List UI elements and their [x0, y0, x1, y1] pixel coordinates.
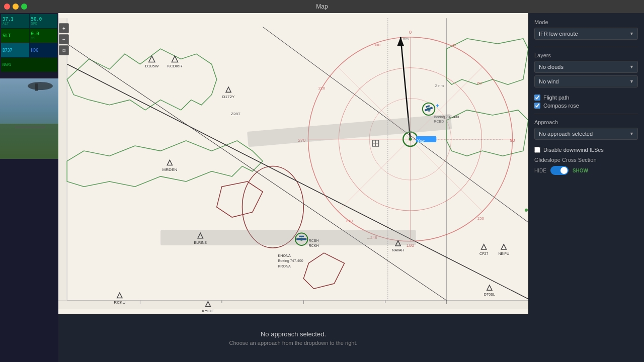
approach-label: Approach	[534, 119, 638, 125]
svg-text:0: 0	[409, 30, 412, 35]
maximize-button[interactable]	[21, 4, 27, 10]
svg-text:220: 220	[318, 86, 326, 90]
svg-text:30: 30	[452, 43, 457, 47]
glideslope-label: Glideslope Cross Section	[534, 157, 638, 163]
sim-view	[0, 78, 58, 159]
approach-dropdown-wrapper: No approach selected	[534, 128, 638, 140]
layers-wind-wrapper: No wind	[534, 75, 638, 87]
zoom-out-button[interactable]: −	[59, 34, 69, 44]
layers-cloud-wrapper: No clouds	[534, 61, 638, 73]
svg-rect-5	[58, 18, 528, 309]
disable-ils-checkbox[interactable]	[534, 147, 540, 153]
svg-text:RCKH: RCKH	[308, 244, 318, 248]
svg-text:RCKU: RCKU	[114, 300, 125, 305]
disable-ils-label: Disable downwind ILSes	[543, 147, 604, 153]
svg-text:Yaw: Yaw	[417, 138, 425, 143]
mode-label: Mode	[534, 19, 638, 25]
traffic-lights	[4, 4, 27, 10]
svg-rect-1	[0, 124, 58, 159]
map-container[interactable]: 0 90 180 270 300 30 60 150 210 220 ...24…	[58, 13, 528, 314]
slt-display: SLT	[1, 29, 29, 43]
glideslope-toggle[interactable]	[550, 166, 569, 175]
layers-section: Layers No clouds No wind	[534, 52, 638, 87]
inst-row-4: NAV1	[1, 58, 57, 72]
svg-rect-4	[35, 83, 38, 91]
compass-rose-checkbox[interactable]	[534, 103, 540, 109]
bottom-main-text: No approach selected.	[261, 330, 326, 338]
compass-rose-row: Compass rose	[534, 103, 638, 109]
svg-text:Boeing 747-400: Boeing 747-400	[278, 259, 303, 263]
sim-svg	[0, 78, 58, 159]
right-panel: Mode IFR low enroute Layers No clouds No…	[528, 13, 644, 362]
flight-path-row: Flight path	[534, 95, 638, 101]
titlebar: Map	[0, 0, 644, 13]
svg-text:KCDI6R: KCDI6R	[168, 64, 183, 68]
svg-text:ELRINS: ELRINS	[194, 241, 207, 245]
svg-text:MRDEN: MRDEN	[162, 167, 177, 172]
svg-text:KRONA: KRONA	[278, 264, 291, 268]
instruments: 37.1 ALT 50.0 SPD SLT 0.0 VS B737 HD	[0, 13, 58, 78]
zoom-fit-button[interactable]: ⊡	[59, 45, 69, 55]
svg-text:90: 90	[510, 138, 515, 143]
vs-display: 0.0 VS	[30, 29, 58, 43]
svg-text:DT0SL: DT0SL	[484, 293, 495, 297]
inst-row-2: SLT 0.0 VS	[1, 29, 57, 43]
layers-wind-dropdown[interactable]: No wind	[534, 75, 638, 87]
svg-text:KYIDE: KYIDE	[202, 309, 214, 313]
layers-label: Layers	[534, 52, 638, 58]
toggle-show-label: SHOW	[573, 168, 588, 173]
mode-section: Mode IFR low enroute	[534, 19, 638, 40]
bottom-sub-text: Choose an approach from the dropdown to …	[229, 340, 358, 346]
speed-display: 50.0 SPD	[30, 14, 58, 28]
svg-text:KHONA: KHONA	[278, 254, 291, 258]
svg-text:D172Y: D172Y	[222, 95, 235, 99]
toggle-thumb	[560, 167, 568, 174]
altitude-display: 37.1 ALT	[1, 14, 29, 28]
flight-path-label: Flight path	[543, 95, 569, 101]
svg-text:✦: ✦	[435, 103, 440, 109]
aircraft-type: B737	[1, 43, 29, 57]
svg-text:NAIIAH: NAIIAH	[392, 248, 404, 252]
svg-point-93	[525, 209, 528, 212]
mode-dropdown-wrapper: IFR low enroute	[534, 28, 638, 40]
inst-row-3: B737 HDG	[1, 43, 57, 57]
divider-2	[534, 114, 638, 114]
svg-text:NEIPU: NEIPU	[498, 252, 509, 256]
map-svg: 0 90 180 270 300 30 60 150 210 220 ...24…	[58, 13, 528, 314]
approach-section: Approach No approach selected	[534, 119, 638, 140]
svg-rect-6	[58, 301, 528, 309]
svg-text:2 nm: 2 nm	[435, 83, 444, 88]
svg-text:Z28T: Z28T	[231, 112, 240, 116]
svg-rect-13	[58, 18, 67, 300]
nav-buttons: + − ⊡	[59, 23, 70, 55]
zoom-in-button[interactable]: +	[59, 23, 69, 33]
flight-path-checkbox[interactable]	[534, 95, 540, 101]
bottom-bar: No approach selected. Choose an approach…	[58, 314, 528, 362]
mode-dropdown[interactable]: IFR low enroute	[534, 28, 638, 40]
window-title: Map	[316, 3, 328, 10]
minimize-button[interactable]	[13, 4, 19, 10]
svg-rect-76	[296, 238, 306, 240]
svg-text:RCBH: RCBH	[308, 239, 318, 243]
toggle-hide-label: HIDE	[534, 168, 546, 173]
svg-point-3	[28, 82, 53, 90]
svg-text:210: 210	[346, 219, 353, 223]
approach-dropdown[interactable]: No approach selected	[534, 128, 638, 140]
svg-text:300: 300	[373, 43, 380, 47]
svg-text:150: 150	[477, 216, 484, 221]
inst-row-1: 37.1 ALT 50.0 SPD	[1, 14, 57, 28]
svg-text:60: 60	[477, 81, 482, 85]
svg-text:CF27: CF27	[479, 252, 488, 256]
heading-display: HDG	[30, 43, 58, 57]
svg-rect-2	[15, 126, 45, 128]
svg-point-45	[409, 138, 412, 141]
nav-display: NAV1	[1, 58, 57, 72]
svg-text:D185W: D185W	[145, 64, 158, 68]
disable-ils-row: Disable downwind ILSes	[534, 147, 638, 153]
layers-cloud-dropdown[interactable]: No clouds	[534, 61, 638, 73]
glideslope-section: Glideslope Cross Section HIDE SHOW	[534, 157, 638, 175]
close-button[interactable]	[4, 4, 10, 10]
toggle-row: HIDE SHOW	[534, 166, 638, 175]
svg-rect-77	[299, 236, 304, 237]
divider-1	[534, 47, 638, 47]
